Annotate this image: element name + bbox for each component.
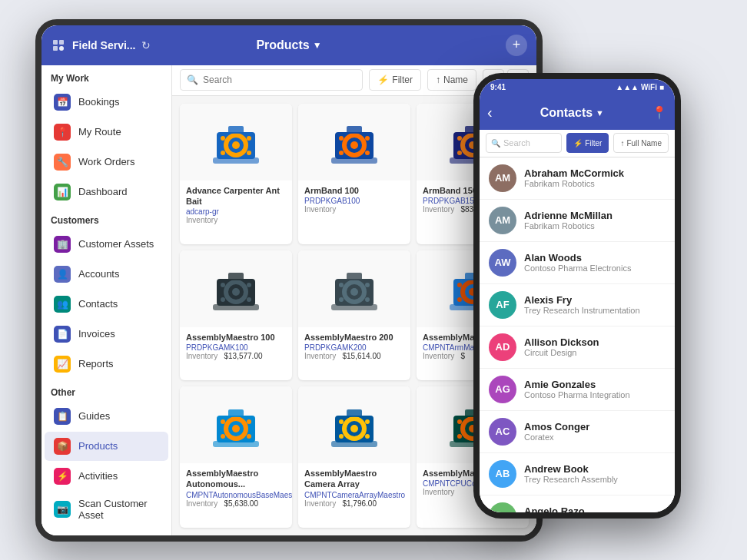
contact-avatar: AC	[489, 418, 516, 446]
svg-rect-0	[53, 40, 58, 45]
product-name: AssemblyMaestro 100	[186, 332, 286, 343]
svg-point-63	[457, 283, 462, 287]
svg-point-93	[457, 419, 462, 424]
sidebar-item-invoices[interactable]: 📄 Invoices	[45, 320, 168, 349]
sidebar-item-myroute[interactable]: 📍 My Route	[45, 118, 168, 147]
sidebar-item-label: Dashboard	[78, 186, 128, 197]
product-code: CMPNTAutonomousBaseMaestro	[186, 491, 286, 499]
svg-point-12	[232, 141, 240, 149]
product-name: Advance Carpenter Ant Bait	[186, 185, 286, 207]
contacts-list: AM Abraham McCormick Fabrikam Robotics A…	[480, 157, 675, 512]
sidebar-item-scan[interactable]: 📷 Scan Customer Asset	[45, 492, 168, 527]
product-card[interactable]: AssemblyMaestro 200 PRDPKGAMK200 Invento…	[298, 250, 410, 380]
product-image	[298, 104, 410, 181]
contact-name: Abraham McCormick	[524, 167, 624, 179]
tablet-header: Field Servi... ↻ Products ▼ +	[42, 25, 536, 65]
sidebar-item-dashboard[interactable]: 📊 Dashboard	[45, 177, 168, 207]
sidebar-item-bookings[interactable]: 📅 Bookings	[45, 88, 168, 117]
sidebar-item-label: Accounts	[78, 268, 119, 280]
sidebar-item-accounts[interactable]: 👤 Accounts	[45, 260, 168, 289]
sidebar-item-reports[interactable]: 📈 Reports	[45, 350, 168, 379]
svg-rect-48	[213, 304, 259, 310]
back-button[interactable]: ‹	[487, 104, 493, 121]
product-type: Inventory $1,796.00	[304, 499, 404, 508]
scan-icon: 📷	[54, 501, 71, 518]
contact-company: Trey Research Assembly	[524, 475, 618, 484]
contact-item[interactable]: AR Angelo Razo Tailspin Toys Fabrication	[480, 495, 675, 512]
contact-avatar: AM	[489, 164, 516, 192]
svg-rect-57	[347, 273, 362, 280]
product-card[interactable]: AssemblyMaestro 100 PRDPKGAMK100 Invento…	[180, 250, 292, 380]
contact-company: Fabrikam Robotics	[524, 179, 624, 188]
phone-filter-button[interactable]: ⚡ Filter	[566, 133, 609, 153]
svg-point-83	[339, 419, 344, 424]
sidebar-item-guides[interactable]: 📋 Guides	[45, 402, 168, 431]
search-icon: 🔍	[187, 75, 198, 85]
product-name: AssemblyMaestro 200	[304, 332, 404, 343]
contact-item[interactable]: AC Amos Conger Coratex	[480, 411, 675, 453]
contact-item[interactable]: AW Alan Woods Contoso Pharma Electronics	[480, 242, 675, 284]
sidebar-item-products[interactable]: 📦 Products	[45, 432, 168, 461]
svg-rect-58	[331, 304, 377, 310]
dashboard-icon: 📊	[54, 184, 71, 200]
my-work-header: My Work	[42, 65, 171, 87]
sidebar-item-workorders[interactable]: 🔧 Work Orders	[45, 147, 168, 177]
sidebar-item-activities[interactable]: ⚡ Activities	[45, 462, 168, 491]
phone-sort-icon: ↑	[620, 139, 624, 147]
refresh-icon[interactable]: ↻	[141, 39, 151, 51]
phone-search-box[interactable]: 🔍 Search	[486, 133, 562, 153]
product-card[interactable]: Advance Carpenter Ant Bait adcarp-gr Inv…	[180, 104, 292, 244]
filter-button[interactable]: ⚡ Filter	[369, 69, 421, 91]
nav-title[interactable]: Products ▼	[174, 38, 404, 52]
product-card[interactable]: ArmBand 100 PRDPKGAB100 Inventory	[298, 104, 410, 244]
contact-avatar: AM	[489, 207, 516, 234]
contact-item[interactable]: AD Allison Dickson Circuit Design	[480, 326, 675, 369]
phone-sort-button[interactable]: ↑ Full Name	[613, 133, 669, 153]
contact-company: Trey Research Instrumentation	[524, 306, 640, 315]
svg-point-24	[365, 136, 370, 141]
nav-dropdown-icon: ▼	[313, 40, 322, 51]
contact-item[interactable]: AM Adrienne McMillan Fabrikam Robotics	[480, 200, 675, 242]
contact-name: Adrienne McMillan	[524, 210, 613, 221]
add-button[interactable]: +	[506, 35, 527, 56]
svg-point-74	[247, 419, 251, 424]
svg-point-22	[350, 141, 358, 149]
reports-icon: 📈	[54, 356, 71, 373]
contact-item[interactable]: AG Amie Gonzales Contoso Pharma Integrat…	[480, 369, 675, 411]
product-card[interactable]: AssemblyMaestro Camera Array CMPNTCamera…	[298, 386, 410, 527]
sidebar-item-label: Contacts	[78, 298, 118, 310]
contact-info: Angelo Razo Tailspin Toys Fabrication	[524, 505, 616, 512]
sort-button[interactable]: ↑ Name	[427, 69, 476, 91]
battery-icon: ■	[659, 83, 664, 91]
filter-icon: ⚡	[377, 75, 389, 85]
svg-point-54	[365, 283, 370, 287]
svg-point-25	[339, 151, 344, 155]
svg-point-86	[365, 434, 370, 439]
contact-item[interactable]: AB Andrew Book Trey Research Assembly	[480, 453, 675, 495]
phone-nav: ‹ Contacts ▼ 📍	[480, 96, 675, 130]
product-type: Inventory $13,577.00	[186, 352, 286, 360]
product-card[interactable]: AssemblyMaestro Autonomous... CMPNTAuton…	[180, 386, 292, 527]
search-box[interactable]: 🔍	[180, 69, 363, 91]
search-input[interactable]	[203, 75, 356, 85]
contact-item[interactable]: AF Alexis Fry Trey Research Instrumentat…	[480, 284, 675, 326]
contact-name: Amie Gonzales	[524, 379, 630, 390]
header-center: Products ▼	[174, 38, 404, 52]
sidebar-item-customerassets[interactable]: 🏢 Customer Assets	[45, 230, 168, 259]
myroute-icon: 📍	[54, 124, 71, 141]
svg-point-42	[232, 288, 240, 296]
svg-point-73	[221, 419, 225, 424]
contact-company: Coratex	[524, 432, 589, 442]
product-code: CMPNTCameraArrayMaestro	[304, 491, 404, 499]
location-button[interactable]: 📍	[652, 105, 667, 120]
svg-point-15	[221, 151, 225, 155]
contact-item[interactable]: AM Abraham McCormick Fabrikam Robotics	[480, 157, 675, 200]
product-info: Advance Carpenter Ant Bait adcarp-gr Inv…	[180, 181, 292, 230]
product-info: AssemblyMaestro 200 PRDPKGAMK200 Invento…	[298, 327, 410, 365]
svg-point-55	[339, 297, 344, 302]
svg-point-46	[247, 297, 251, 302]
contact-info: Andrew Book Trey Research Assembly	[524, 463, 618, 484]
product-code: PRDPKGAB100	[304, 197, 404, 205]
sidebar-item-contacts[interactable]: 👥 Contacts	[45, 290, 168, 319]
sidebar: My Work 📅 Bookings 📍 My Route 🔧 Work Ord…	[42, 65, 172, 535]
